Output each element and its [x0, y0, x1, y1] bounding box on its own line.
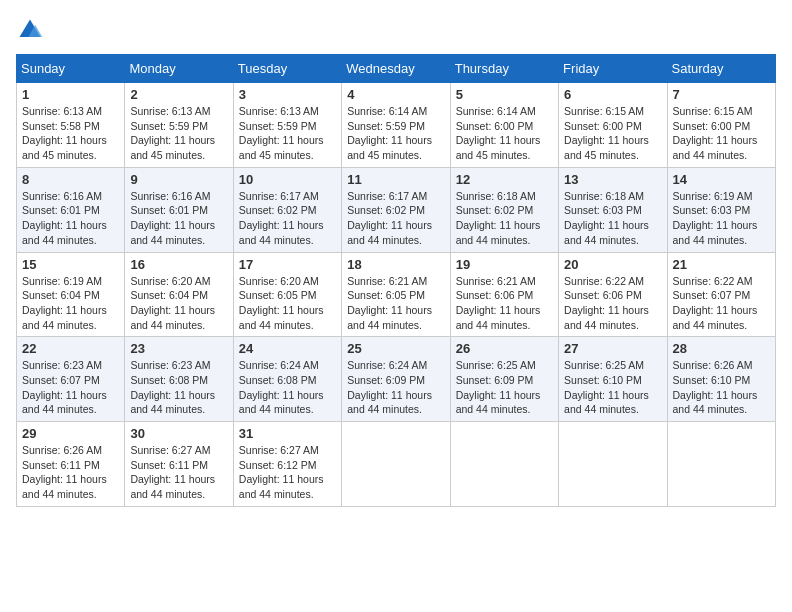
day-number: 8 [22, 172, 119, 187]
calendar-day-cell: 10 Sunrise: 6:17 AMSunset: 6:02 PMDaylig… [233, 167, 341, 252]
calendar-day-cell: 3 Sunrise: 6:13 AMSunset: 5:59 PMDayligh… [233, 83, 341, 168]
calendar-day-cell: 13 Sunrise: 6:18 AMSunset: 6:03 PMDaylig… [559, 167, 667, 252]
day-number: 28 [673, 341, 770, 356]
calendar-day-cell: 28 Sunrise: 6:26 AMSunset: 6:10 PMDaylig… [667, 337, 775, 422]
day-number: 10 [239, 172, 336, 187]
day-info: Sunrise: 6:16 AMSunset: 6:01 PMDaylight:… [22, 190, 107, 246]
day-number: 20 [564, 257, 661, 272]
calendar-week-row: 15 Sunrise: 6:19 AMSunset: 6:04 PMDaylig… [17, 252, 776, 337]
calendar-day-cell: 6 Sunrise: 6:15 AMSunset: 6:00 PMDayligh… [559, 83, 667, 168]
calendar-day-cell: 8 Sunrise: 6:16 AMSunset: 6:01 PMDayligh… [17, 167, 125, 252]
calendar-header-row: SundayMondayTuesdayWednesdayThursdayFrid… [17, 55, 776, 83]
day-number: 31 [239, 426, 336, 441]
calendar-day-cell: 12 Sunrise: 6:18 AMSunset: 6:02 PMDaylig… [450, 167, 558, 252]
day-info: Sunrise: 6:17 AMSunset: 6:02 PMDaylight:… [347, 190, 432, 246]
day-info: Sunrise: 6:25 AMSunset: 6:10 PMDaylight:… [564, 359, 649, 415]
calendar-day-cell: 18 Sunrise: 6:21 AMSunset: 6:05 PMDaylig… [342, 252, 450, 337]
day-info: Sunrise: 6:18 AMSunset: 6:03 PMDaylight:… [564, 190, 649, 246]
calendar-day-cell: 16 Sunrise: 6:20 AMSunset: 6:04 PMDaylig… [125, 252, 233, 337]
day-info: Sunrise: 6:17 AMSunset: 6:02 PMDaylight:… [239, 190, 324, 246]
day-number: 2 [130, 87, 227, 102]
day-number: 23 [130, 341, 227, 356]
day-number: 6 [564, 87, 661, 102]
calendar-day-cell [450, 422, 558, 507]
calendar-day-cell: 4 Sunrise: 6:14 AMSunset: 5:59 PMDayligh… [342, 83, 450, 168]
day-number: 19 [456, 257, 553, 272]
weekday-header: Friday [559, 55, 667, 83]
calendar-table: SundayMondayTuesdayWednesdayThursdayFrid… [16, 54, 776, 507]
calendar-day-cell: 21 Sunrise: 6:22 AMSunset: 6:07 PMDaylig… [667, 252, 775, 337]
calendar-day-cell: 15 Sunrise: 6:19 AMSunset: 6:04 PMDaylig… [17, 252, 125, 337]
weekday-header: Monday [125, 55, 233, 83]
calendar-day-cell: 27 Sunrise: 6:25 AMSunset: 6:10 PMDaylig… [559, 337, 667, 422]
day-number: 14 [673, 172, 770, 187]
day-number: 15 [22, 257, 119, 272]
calendar-week-row: 1 Sunrise: 6:13 AMSunset: 5:58 PMDayligh… [17, 83, 776, 168]
day-info: Sunrise: 6:22 AMSunset: 6:06 PMDaylight:… [564, 275, 649, 331]
day-number: 12 [456, 172, 553, 187]
calendar-day-cell: 30 Sunrise: 6:27 AMSunset: 6:11 PMDaylig… [125, 422, 233, 507]
day-number: 4 [347, 87, 444, 102]
day-info: Sunrise: 6:25 AMSunset: 6:09 PMDaylight:… [456, 359, 541, 415]
calendar-day-cell [559, 422, 667, 507]
calendar-day-cell: 14 Sunrise: 6:19 AMSunset: 6:03 PMDaylig… [667, 167, 775, 252]
day-info: Sunrise: 6:23 AMSunset: 6:08 PMDaylight:… [130, 359, 215, 415]
day-info: Sunrise: 6:27 AMSunset: 6:11 PMDaylight:… [130, 444, 215, 500]
calendar-week-row: 22 Sunrise: 6:23 AMSunset: 6:07 PMDaylig… [17, 337, 776, 422]
weekday-header: Thursday [450, 55, 558, 83]
day-info: Sunrise: 6:24 AMSunset: 6:09 PMDaylight:… [347, 359, 432, 415]
logo-icon [16, 16, 44, 44]
day-info: Sunrise: 6:24 AMSunset: 6:08 PMDaylight:… [239, 359, 324, 415]
page-header [16, 16, 776, 44]
calendar-day-cell: 11 Sunrise: 6:17 AMSunset: 6:02 PMDaylig… [342, 167, 450, 252]
calendar-day-cell [342, 422, 450, 507]
day-info: Sunrise: 6:20 AMSunset: 6:04 PMDaylight:… [130, 275, 215, 331]
calendar-day-cell: 2 Sunrise: 6:13 AMSunset: 5:59 PMDayligh… [125, 83, 233, 168]
calendar-day-cell: 17 Sunrise: 6:20 AMSunset: 6:05 PMDaylig… [233, 252, 341, 337]
day-number: 5 [456, 87, 553, 102]
day-number: 16 [130, 257, 227, 272]
day-info: Sunrise: 6:19 AMSunset: 6:04 PMDaylight:… [22, 275, 107, 331]
day-number: 11 [347, 172, 444, 187]
day-number: 24 [239, 341, 336, 356]
calendar-day-cell: 29 Sunrise: 6:26 AMSunset: 6:11 PMDaylig… [17, 422, 125, 507]
day-info: Sunrise: 6:20 AMSunset: 6:05 PMDaylight:… [239, 275, 324, 331]
day-info: Sunrise: 6:13 AMSunset: 5:59 PMDaylight:… [130, 105, 215, 161]
calendar-day-cell [667, 422, 775, 507]
day-number: 7 [673, 87, 770, 102]
day-number: 1 [22, 87, 119, 102]
day-number: 17 [239, 257, 336, 272]
day-info: Sunrise: 6:14 AMSunset: 6:00 PMDaylight:… [456, 105, 541, 161]
day-number: 21 [673, 257, 770, 272]
day-info: Sunrise: 6:13 AMSunset: 5:58 PMDaylight:… [22, 105, 107, 161]
calendar-day-cell: 24 Sunrise: 6:24 AMSunset: 6:08 PMDaylig… [233, 337, 341, 422]
weekday-header: Wednesday [342, 55, 450, 83]
day-info: Sunrise: 6:23 AMSunset: 6:07 PMDaylight:… [22, 359, 107, 415]
calendar-day-cell: 19 Sunrise: 6:21 AMSunset: 6:06 PMDaylig… [450, 252, 558, 337]
day-info: Sunrise: 6:21 AMSunset: 6:06 PMDaylight:… [456, 275, 541, 331]
day-info: Sunrise: 6:21 AMSunset: 6:05 PMDaylight:… [347, 275, 432, 331]
calendar-day-cell: 26 Sunrise: 6:25 AMSunset: 6:09 PMDaylig… [450, 337, 558, 422]
day-info: Sunrise: 6:19 AMSunset: 6:03 PMDaylight:… [673, 190, 758, 246]
calendar-day-cell: 20 Sunrise: 6:22 AMSunset: 6:06 PMDaylig… [559, 252, 667, 337]
day-info: Sunrise: 6:14 AMSunset: 5:59 PMDaylight:… [347, 105, 432, 161]
day-info: Sunrise: 6:16 AMSunset: 6:01 PMDaylight:… [130, 190, 215, 246]
calendar-day-cell: 22 Sunrise: 6:23 AMSunset: 6:07 PMDaylig… [17, 337, 125, 422]
calendar-day-cell: 31 Sunrise: 6:27 AMSunset: 6:12 PMDaylig… [233, 422, 341, 507]
day-info: Sunrise: 6:26 AMSunset: 6:11 PMDaylight:… [22, 444, 107, 500]
day-info: Sunrise: 6:15 AMSunset: 6:00 PMDaylight:… [673, 105, 758, 161]
calendar-week-row: 29 Sunrise: 6:26 AMSunset: 6:11 PMDaylig… [17, 422, 776, 507]
calendar-day-cell: 1 Sunrise: 6:13 AMSunset: 5:58 PMDayligh… [17, 83, 125, 168]
logo [16, 16, 48, 44]
day-info: Sunrise: 6:18 AMSunset: 6:02 PMDaylight:… [456, 190, 541, 246]
day-number: 9 [130, 172, 227, 187]
day-number: 13 [564, 172, 661, 187]
weekday-header: Saturday [667, 55, 775, 83]
calendar-day-cell: 9 Sunrise: 6:16 AMSunset: 6:01 PMDayligh… [125, 167, 233, 252]
calendar-day-cell: 5 Sunrise: 6:14 AMSunset: 6:00 PMDayligh… [450, 83, 558, 168]
day-number: 27 [564, 341, 661, 356]
day-info: Sunrise: 6:27 AMSunset: 6:12 PMDaylight:… [239, 444, 324, 500]
day-info: Sunrise: 6:15 AMSunset: 6:00 PMDaylight:… [564, 105, 649, 161]
day-info: Sunrise: 6:26 AMSunset: 6:10 PMDaylight:… [673, 359, 758, 415]
weekday-header: Tuesday [233, 55, 341, 83]
